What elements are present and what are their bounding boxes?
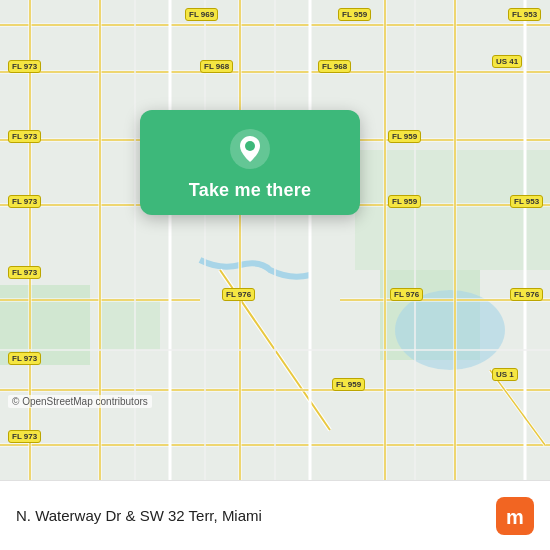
road-badge-fl953-1: FL 953	[508, 8, 541, 21]
road-badge-fl976-1: FL 976	[222, 288, 255, 301]
road-badge-fl959-3: FL 959	[388, 195, 421, 208]
location-label: N. Waterway Dr & SW 32 Terr, Miami	[16, 507, 262, 524]
take-me-there-label: Take me there	[189, 180, 311, 201]
road-badge-fl973-1: FL 973	[8, 60, 41, 73]
road-badge-fl973-6: FL 973	[8, 430, 41, 443]
road-badge-fl973-2: FL 973	[8, 130, 41, 143]
location-pin-icon	[229, 128, 271, 170]
road-badge-fl968-1: FL 968	[200, 60, 233, 73]
map-attribution: © OpenStreetMap contributors	[8, 395, 152, 408]
road-badge-fl959-4: FL 959	[332, 378, 365, 391]
road-badge-fl973-3: FL 973	[8, 195, 41, 208]
road-badge-us1: US 1	[492, 368, 518, 381]
bottom-bar: N. Waterway Dr & SW 32 Terr, Miami m	[0, 480, 550, 550]
road-badge-fl959-1: FL 959	[338, 8, 371, 21]
road-badge-fl973-4: FL 973	[8, 266, 41, 279]
svg-rect-5	[100, 300, 160, 350]
svg-point-4	[395, 290, 505, 370]
map-container: FL 969 FL 959 FL 953 FL 973 FL 968 FL 96…	[0, 0, 550, 480]
road-badge-fl968-2: FL 968	[318, 60, 351, 73]
road-badge-fl959-2: FL 959	[388, 130, 421, 143]
svg-point-45	[245, 141, 255, 151]
moovit-logo: m	[496, 497, 534, 535]
road-badge-fl969: FL 969	[185, 8, 218, 21]
road-badge-us41: US 41	[492, 55, 522, 68]
road-badge-fl953-2: FL 953	[510, 195, 543, 208]
road-badge-fl976-2: FL 976	[390, 288, 423, 301]
road-badge-fl976-3: FL 976	[510, 288, 543, 301]
take-me-there-popup[interactable]: Take me there	[140, 110, 360, 215]
moovit-logo-icon: m	[496, 497, 534, 535]
svg-text:m: m	[506, 506, 524, 528]
road-badge-fl973-5: FL 973	[8, 352, 41, 365]
